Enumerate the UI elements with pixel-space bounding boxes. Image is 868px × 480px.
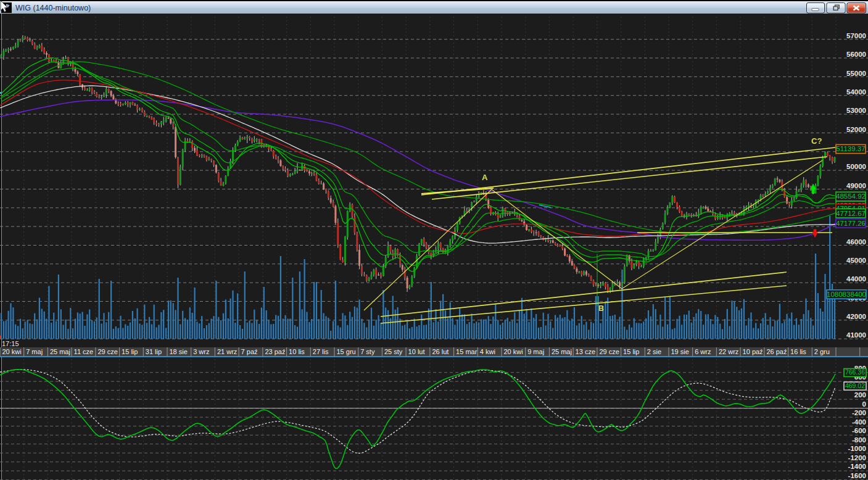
svg-text:51139.37: 51139.37 bbox=[836, 145, 865, 152]
svg-text:C?: C? bbox=[811, 136, 822, 146]
svg-text:17:15: 17:15 bbox=[2, 340, 19, 347]
svg-text:13 cze: 13 cze bbox=[576, 348, 595, 355]
svg-text:48554.92: 48554.92 bbox=[836, 192, 866, 200]
svg-text:1080838400: 1080838400 bbox=[827, 291, 866, 298]
svg-text:10 lut: 10 lut bbox=[408, 348, 425, 355]
svg-text:-200: -200 bbox=[852, 409, 866, 416]
svg-text:18 sie: 18 sie bbox=[170, 348, 188, 355]
svg-text:54000: 54000 bbox=[846, 88, 866, 96]
svg-text:26 paź: 26 paź bbox=[766, 348, 787, 355]
svg-text:25 maj: 25 maj bbox=[50, 348, 70, 355]
svg-text:42000: 42000 bbox=[846, 313, 866, 320]
svg-text:-800: -800 bbox=[852, 436, 866, 444]
svg-text:22 wrz: 22 wrz bbox=[719, 348, 738, 355]
svg-text:9 maj: 9 maj bbox=[527, 348, 544, 355]
svg-text:16 lis: 16 lis bbox=[790, 348, 806, 355]
svg-text:20 kwi: 20 kwi bbox=[504, 348, 523, 355]
svg-text:6 wrz: 6 wrz bbox=[695, 348, 711, 355]
svg-text:53000: 53000 bbox=[846, 107, 866, 114]
svg-text:-1600: -1600 bbox=[848, 472, 866, 479]
svg-text:10 paź: 10 paź bbox=[743, 348, 763, 355]
svg-text:200: 200 bbox=[854, 391, 866, 399]
svg-text:41000: 41000 bbox=[846, 331, 866, 339]
svg-text:19 sie: 19 sie bbox=[671, 348, 689, 355]
svg-text:47712.67: 47712.67 bbox=[836, 210, 866, 217]
svg-text:52000: 52000 bbox=[846, 126, 866, 133]
svg-text:29 cze: 29 cze bbox=[97, 348, 117, 355]
svg-text:2 gru: 2 gru bbox=[814, 348, 830, 355]
svg-text:45000: 45000 bbox=[846, 257, 866, 264]
svg-text:20 kwi: 20 kwi bbox=[2, 348, 22, 355]
svg-text:27 lis: 27 lis bbox=[313, 348, 329, 355]
svg-text:4 kwi: 4 kwi bbox=[480, 348, 495, 355]
svg-text:26 lut: 26 lut bbox=[432, 348, 448, 355]
svg-text:7 maj: 7 maj bbox=[26, 348, 43, 355]
svg-text:31 lip: 31 lip bbox=[146, 348, 162, 355]
svg-text:29 cze: 29 cze bbox=[599, 348, 619, 355]
svg-text:-400: -400 bbox=[852, 418, 866, 426]
svg-text:15 gru: 15 gru bbox=[337, 348, 356, 355]
svg-text:50000: 50000 bbox=[846, 163, 866, 170]
svg-text:A: A bbox=[482, 173, 488, 182]
svg-text:46000: 46000 bbox=[846, 238, 866, 246]
svg-text:7 paź: 7 paź bbox=[241, 348, 258, 355]
svg-text:-600: -600 bbox=[852, 427, 866, 434]
svg-text:15 lip: 15 lip bbox=[623, 348, 639, 355]
svg-text:23 paź: 23 paź bbox=[265, 348, 285, 355]
svg-text:56000: 56000 bbox=[846, 51, 866, 58]
svg-text:55000: 55000 bbox=[846, 70, 866, 77]
svg-text:-1000: -1000 bbox=[848, 445, 866, 452]
svg-text:3 wrz: 3 wrz bbox=[193, 348, 209, 355]
svg-text:0: 0 bbox=[862, 400, 866, 408]
svg-text:2 sie: 2 sie bbox=[647, 348, 661, 355]
svg-text:49000: 49000 bbox=[846, 182, 866, 189]
svg-text:B: B bbox=[598, 304, 604, 313]
svg-text:7 sty: 7 sty bbox=[360, 348, 375, 355]
svg-text:-1200: -1200 bbox=[848, 454, 866, 461]
svg-text:-1400: -1400 bbox=[848, 463, 866, 470]
svg-text:21 wrz: 21 wrz bbox=[217, 348, 237, 355]
svg-text:25 sty: 25 sty bbox=[384, 348, 403, 355]
svg-text:15 mar: 15 mar bbox=[456, 348, 477, 355]
svg-text:44000: 44000 bbox=[846, 275, 866, 283]
svg-text:10 lis: 10 lis bbox=[289, 348, 305, 355]
svg-text:25 maj: 25 maj bbox=[552, 348, 572, 355]
svg-text:469.02: 469.02 bbox=[845, 382, 865, 389]
svg-text:15 lip: 15 lip bbox=[122, 348, 138, 355]
svg-text:WIG (1440-minutowo): WIG (1440-minutowo) bbox=[15, 4, 91, 12]
svg-text:57000: 57000 bbox=[846, 32, 866, 39]
svg-text:766.36: 766.36 bbox=[845, 368, 865, 376]
svg-text:47177.26: 47177.26 bbox=[836, 220, 866, 227]
svg-text:11 cze: 11 cze bbox=[74, 348, 94, 355]
